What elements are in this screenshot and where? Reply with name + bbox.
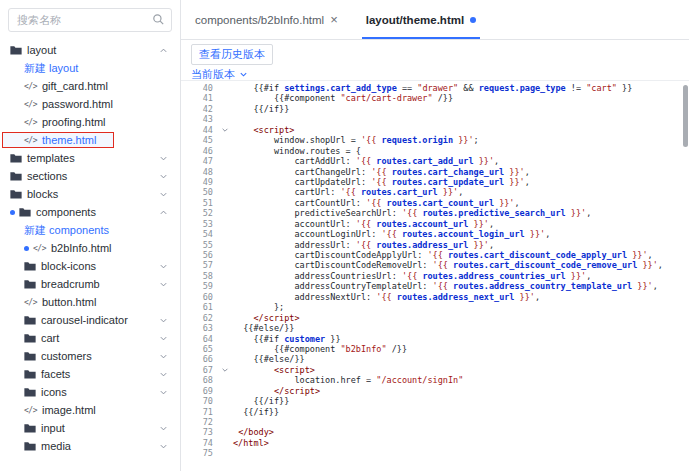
tree-item-label: breadcrumb: [41, 278, 100, 290]
code-text: </body>: [233, 427, 274, 437]
code-line-68[interactable]: 68 location.href = "/account/signIn": [181, 375, 689, 385]
tree-item-media[interactable]: media: [0, 437, 180, 455]
code-line-45[interactable]: 45 window.shopUrl = '{{ request.origin }…: [181, 135, 689, 145]
code-line-58[interactable]: 58 addressCountriesUrl: '{{ routes.addre…: [181, 271, 689, 281]
code-line-48[interactable]: 48 cartChangeUrl: '{{ routes.cart_change…: [181, 167, 689, 177]
line-number: 56: [181, 250, 217, 260]
code-line-63[interactable]: 63 {{#else/}}: [181, 323, 689, 333]
version-dropdown[interactable]: 当前版本: [191, 67, 248, 82]
code-line-52[interactable]: 52 predictiveSearchUrl: '{{ routes.predi…: [181, 208, 689, 218]
tab-components-b2binfo[interactable]: components/b2bInfo.html ×: [181, 0, 352, 39]
tree-item-customers[interactable]: customers: [0, 347, 180, 365]
code-line-70[interactable]: 70 {{/if}}: [181, 396, 689, 406]
code-line-62[interactable]: 62 </script>: [181, 313, 689, 323]
tree-item-theme-html[interactable]: </>theme.html: [0, 131, 180, 149]
tree-item-layout[interactable]: layout: [0, 41, 180, 59]
code-line-57[interactable]: 57 cartDiscountCodeRemoveUrl: '{{ routes…: [181, 260, 689, 270]
tab-layout-theme[interactable]: layout/theme.html: [352, 0, 490, 39]
code-line-50[interactable]: 50 cartUrl: '{{ routes.cart_url }}',: [181, 187, 689, 197]
fold-toggle[interactable]: [217, 125, 233, 135]
code-line-64[interactable]: 64 {{#if customer }}: [181, 334, 689, 344]
tree-item-cart[interactable]: cart: [0, 329, 180, 347]
new-layout[interactable]: 新建 layout: [0, 59, 180, 77]
code-line-55[interactable]: 55 addressUrl: '{{ routes.address_url }}…: [181, 240, 689, 250]
code-line-41[interactable]: 41 {{#component "cart/cart-drawer" /}}: [181, 93, 689, 103]
code-text: <script>: [233, 125, 294, 135]
code-line-75[interactable]: 75: [181, 448, 689, 458]
tree-item-breadcrumb[interactable]: breadcrumb: [0, 275, 180, 293]
tree-toggle[interactable]: [159, 280, 168, 289]
tree-toggle[interactable]: [159, 262, 168, 271]
code-line-73[interactable]: 73 </body>: [181, 427, 689, 437]
tree-item-input[interactable]: input: [0, 419, 180, 437]
tree-item-icons[interactable]: icons: [0, 383, 180, 401]
tree-toggle[interactable]: [159, 388, 168, 397]
code-text: cartChangeUrl: '{{ routes.cart_change_ur…: [233, 167, 530, 177]
folder-icon: [24, 315, 36, 325]
code-line-54[interactable]: 54 accountLoginUrl: '{{ routes.account_l…: [181, 229, 689, 239]
tree-item-proofing-html[interactable]: </>proofing.html: [0, 113, 180, 131]
tree-item-b2binfo-html[interactable]: </>b2bInfo.html: [0, 239, 180, 257]
tree-toggle[interactable]: [159, 370, 168, 379]
code-line-46[interactable]: 46 window.routes = {: [181, 146, 689, 156]
code-line-74[interactable]: 74</html>: [181, 438, 689, 448]
code-line-53[interactable]: 53 accountUrl: '{{ routes.account_url }}…: [181, 219, 689, 229]
tree-toggle[interactable]: [159, 352, 168, 361]
code-line-67[interactable]: 67 <script>: [181, 365, 689, 375]
code-line-49[interactable]: 49 cartUpdateUrl: '{{ routes.cart_update…: [181, 177, 689, 187]
code-editor[interactable]: 40 {{#if settings.cart_add_type == "draw…: [181, 81, 689, 471]
code-line-59[interactable]: 59 addressCountryTemplateUrl: '{{ routes…: [181, 281, 689, 291]
tree-item-blocks[interactable]: blocks: [0, 185, 180, 203]
tree-item-facets[interactable]: facets: [0, 365, 180, 383]
line-number: 68: [181, 375, 217, 385]
code-line-42[interactable]: 42 {{/if}}: [181, 104, 689, 114]
tree-toggle[interactable]: [159, 424, 168, 433]
code-line-47[interactable]: 47 cartAddUrl: '{{ routes.cart_add_url }…: [181, 156, 689, 166]
new-components[interactable]: 新建 components: [0, 221, 180, 239]
fold-spacer: [217, 177, 233, 187]
tree-toggle[interactable]: [159, 172, 168, 181]
code-line-72[interactable]: 72: [181, 417, 689, 427]
code-line-44[interactable]: 44 <script>: [181, 125, 689, 135]
close-icon[interactable]: ×: [330, 13, 338, 26]
chevron-down-icon: [159, 262, 168, 271]
code-line-56[interactable]: 56 cartDiscountCodeApplyUrl: '{{ routes.…: [181, 250, 689, 260]
tree-item-gift-card-html[interactable]: </>gift_card.html: [0, 77, 180, 95]
chevron-down-icon: [159, 370, 168, 379]
fold-spacer: [217, 354, 233, 364]
code-text: </html>: [233, 438, 269, 448]
tree-toggle[interactable]: [159, 190, 168, 199]
tree-item-password-html[interactable]: </>password.html: [0, 95, 180, 113]
line-number: 48: [181, 167, 217, 177]
code-line-71[interactable]: 71 {{/if}}: [181, 407, 689, 417]
tree-item-templates[interactable]: templates: [0, 149, 180, 167]
tree-toggle[interactable]: [159, 154, 168, 163]
code-line-43[interactable]: 43: [181, 114, 689, 124]
tree-item-button-html[interactable]: </>button.html: [0, 293, 180, 311]
tree-toggle[interactable]: [159, 208, 168, 217]
code-line-51[interactable]: 51 cartCountUrl: '{{ routes.cart_count_u…: [181, 198, 689, 208]
code-line-65[interactable]: 65 {{#component "b2bInfo" /}}: [181, 344, 689, 354]
code-line-61[interactable]: 61 };: [181, 302, 689, 312]
tree-item-sections[interactable]: sections: [0, 167, 180, 185]
tree-item-block-icons[interactable]: block-icons: [0, 257, 180, 275]
tree-toggle[interactable]: [159, 442, 168, 451]
code-line-66[interactable]: 66 {{#else/}}: [181, 354, 689, 364]
code-line-60[interactable]: 60 addressNextUrl: '{{ routes.address_ne…: [181, 292, 689, 302]
editor-scrollbar-thumb[interactable]: [683, 85, 688, 147]
code-line-69[interactable]: 69 </script>: [181, 386, 689, 396]
tree-item-image-html[interactable]: </>image.html: [0, 401, 180, 419]
tree-toggle[interactable]: [159, 46, 168, 55]
tree-toggle[interactable]: [159, 334, 168, 343]
tree-item-label: image.html: [42, 404, 96, 416]
fold-toggle[interactable]: [217, 365, 233, 375]
tree-item-carousel-indicator[interactable]: carousel-indicator: [0, 311, 180, 329]
tree-toggle[interactable]: [159, 316, 168, 325]
code-text: accountUrl: '{{ routes.account_url }}',: [233, 219, 494, 229]
fold-spacer: [217, 229, 233, 239]
code-line-40[interactable]: 40 {{#if settings.cart_add_type == "draw…: [181, 83, 689, 93]
view-history-button[interactable]: 查看历史版本: [191, 44, 273, 65]
tree-item-label: b2bInfo.html: [51, 242, 112, 254]
search-input[interactable]: [8, 8, 172, 32]
tree-item-components[interactable]: components: [0, 203, 180, 221]
